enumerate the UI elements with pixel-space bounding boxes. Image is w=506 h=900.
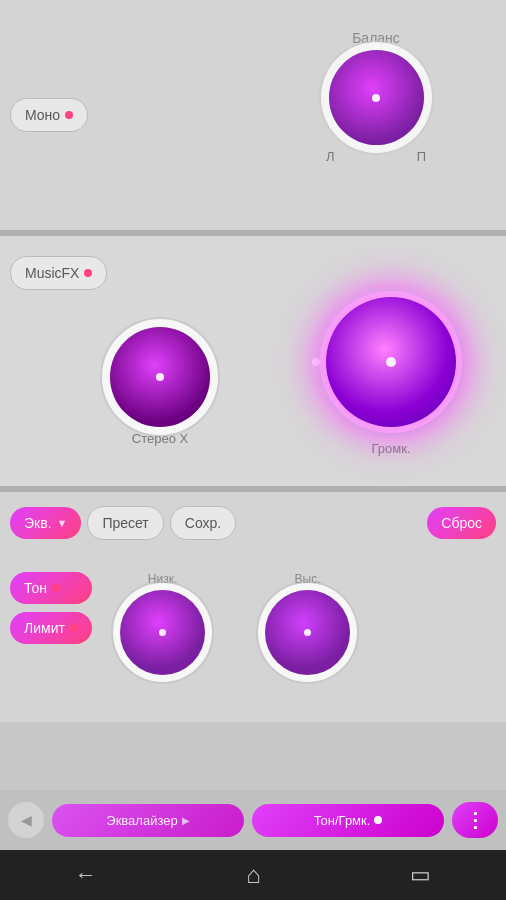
low-knob[interactable] [120, 590, 205, 675]
tab-eq-arrow: ▶ [182, 815, 190, 826]
eq-side-buttons: Тон Лимит [10, 572, 92, 644]
tab-tone[interactable]: Тон/Грмк. [252, 804, 444, 837]
limit-button[interactable]: Лимит [10, 612, 92, 644]
reset-btn-wrap: Сброс [427, 507, 496, 539]
musicfx-button[interactable]: MusicFX [10, 256, 107, 290]
stereo-knob-wrapper[interactable] [110, 327, 210, 427]
volume-container: Громк. [316, 287, 466, 456]
more-icon: ⋮ [465, 808, 485, 832]
low-knob-wrapper[interactable] [120, 590, 205, 675]
tab-tone-label: Тон/Грмк. [314, 813, 371, 828]
reset-label: Сброс [441, 515, 482, 531]
volume-knob[interactable] [326, 297, 456, 427]
tone-button[interactable]: Тон [10, 572, 92, 604]
musicfx-label: MusicFX [25, 265, 79, 281]
tab-more-button[interactable]: ⋮ [452, 802, 498, 838]
eq-buttons-row: Экв. ▼ Пресет Сохр. Сброс [0, 492, 506, 548]
high-knob[interactable] [265, 590, 350, 675]
nav-bar: ← ⌂ ▭ [0, 850, 506, 900]
preset-button[interactable]: Пресет [87, 506, 163, 540]
eq-button[interactable]: Экв. ▼ [10, 507, 81, 539]
lr-labels: Л П [326, 149, 426, 164]
tab-equalizer[interactable]: Эквалайзер ▶ [52, 804, 244, 837]
limit-label: Лимит [24, 620, 65, 636]
high-knob-col: Выс. [265, 572, 350, 675]
tab-bar: ◀ Эквалайзер ▶ Тон/Грмк. ⋮ [0, 790, 506, 850]
balance-knob-wrapper[interactable] [329, 50, 424, 145]
volume-label: Громк. [371, 441, 410, 456]
high-knob-wrapper[interactable] [265, 590, 350, 675]
high-sublabel: Выс. [295, 572, 321, 586]
stereo-section: MusicFX Стерео X Громк. [0, 236, 506, 486]
stereo-label: Стерео X [132, 431, 188, 446]
save-button[interactable]: Сохр. [170, 506, 236, 540]
low-sublabel: Низк. [148, 572, 177, 586]
tab-back-icon: ◀ [21, 812, 32, 828]
volume-knob-outer[interactable] [316, 287, 466, 437]
balance-container: Баланс Л П [326, 30, 426, 164]
nav-home-icon[interactable]: ⌂ [246, 861, 261, 889]
musicfx-dot [84, 269, 92, 277]
tab-equalizer-label: Эквалайзер [106, 813, 177, 828]
nav-back-icon[interactable]: ← [75, 862, 97, 888]
mono-dot [65, 111, 73, 119]
mono-button[interactable]: Моно [10, 98, 88, 132]
eq-label: Экв. [24, 515, 52, 531]
mono-label: Моно [25, 107, 60, 123]
tone-label: Тон [24, 580, 47, 596]
volume-knob-wrapper[interactable] [316, 287, 466, 437]
nav-apps-icon[interactable]: ▭ [410, 862, 431, 888]
save-label: Сохр. [185, 515, 221, 531]
tab-back-button[interactable]: ◀ [8, 802, 44, 838]
stereo-knob[interactable] [110, 327, 210, 427]
reset-button[interactable]: Сброс [427, 507, 496, 539]
tab-tone-dot [374, 816, 382, 824]
tone-dot [52, 584, 60, 592]
balance-section: Моно Баланс Л П [0, 0, 506, 230]
low-knob-col: Низк. [120, 572, 205, 675]
limit-dot [70, 624, 78, 632]
balance-knob[interactable] [329, 50, 424, 145]
eq-knobs-row: Низк. Выс. [120, 572, 350, 675]
preset-label: Пресет [102, 515, 148, 531]
eq-section: Экв. ▼ Пресет Сохр. Сброс Тон Лимит Низк… [0, 492, 506, 722]
left-label: Л [326, 149, 335, 164]
balance-label: Баланс [352, 30, 400, 46]
stereo-container: Стерео X [110, 327, 210, 446]
right-label: П [417, 149, 426, 164]
